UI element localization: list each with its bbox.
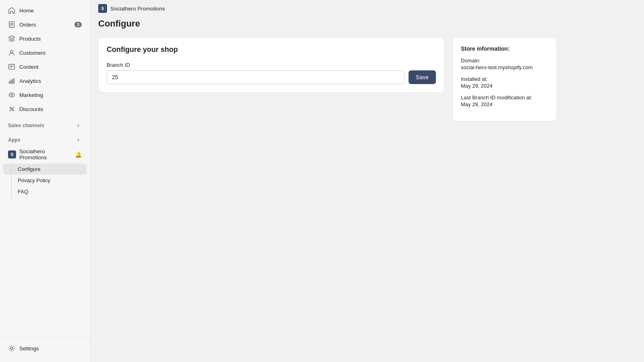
sidebar-subitem-privacy[interactable]: Privacy Policy bbox=[3, 175, 87, 186]
discounts-icon bbox=[8, 105, 15, 113]
settings-icon bbox=[8, 345, 15, 352]
branch-id-label: Branch ID bbox=[107, 62, 436, 68]
sidebar-app-name: Socialhero Promotions bbox=[19, 148, 72, 160]
branch-id-row: Save bbox=[107, 70, 436, 84]
svg-rect-10 bbox=[13, 79, 14, 84]
sidebar-item-analytics[interactable]: Analytics bbox=[3, 74, 87, 88]
top-bar: S Socialhero Promotions bbox=[90, 0, 644, 17]
store-info-card: Store information: Domain: social-hero-t… bbox=[452, 37, 557, 121]
sidebar-item-discounts-label: Discounts bbox=[19, 106, 43, 112]
svg-rect-9 bbox=[11, 80, 12, 83]
sidebar-item-orders-label: Orders bbox=[19, 22, 36, 28]
branch-id-form-group: Branch ID Save bbox=[107, 62, 436, 84]
sidebar-item-analytics-label: Analytics bbox=[19, 78, 41, 84]
sidebar-subitem-privacy-label: Privacy Policy bbox=[18, 177, 50, 183]
customers-icon bbox=[8, 49, 15, 56]
svg-rect-5 bbox=[9, 64, 14, 70]
apps-chevron bbox=[75, 137, 82, 143]
svg-point-13 bbox=[12, 109, 14, 111]
svg-point-15 bbox=[10, 347, 12, 349]
breadcrumb-text: Socialhero Promotions bbox=[110, 6, 165, 12]
sidebar-subitem-faq-label: FAQ bbox=[18, 189, 28, 195]
svg-point-4 bbox=[10, 50, 13, 53]
sidebar-bottom: Settings bbox=[0, 337, 90, 362]
bell-icon: 🔔 bbox=[75, 151, 82, 158]
sidebar-item-settings[interactable]: Settings bbox=[3, 341, 87, 355]
sidebar-subitem-faq[interactable]: FAQ bbox=[3, 186, 87, 197]
apps-section-label: Apps bbox=[8, 137, 21, 143]
sidebar-item-content[interactable]: Content bbox=[3, 60, 87, 74]
sidebar-subitem-configure-label: Configure bbox=[18, 166, 40, 172]
last-modification-label: Last Branch ID modification at: bbox=[461, 95, 549, 101]
sidebar-item-home-label: Home bbox=[19, 8, 34, 14]
sidebar-subitems: Configure Privacy Policy FAQ bbox=[0, 164, 90, 197]
sidebar-item-content-label: Content bbox=[19, 64, 38, 70]
sidebar-app-socialhero[interactable]: S Socialhero Promotions 🔔 bbox=[3, 146, 87, 163]
sales-channels-label: Sales channels bbox=[8, 123, 44, 128]
sidebar-item-marketing[interactable]: Marketing bbox=[3, 88, 87, 102]
svg-point-11 bbox=[11, 94, 12, 96]
save-button[interactable]: Save bbox=[409, 70, 436, 84]
socialhero-app-icon: S bbox=[8, 150, 16, 158]
orders-badge: 3 bbox=[74, 22, 82, 27]
home-icon bbox=[8, 7, 15, 14]
form-card: Configure your shop Branch ID Save bbox=[98, 37, 444, 93]
installed-at-value: May 29, 2024 bbox=[461, 83, 549, 89]
analytics-icon bbox=[8, 77, 15, 84]
last-modification-value: May 29, 2024 bbox=[461, 101, 549, 107]
svg-rect-8 bbox=[9, 81, 10, 83]
sales-channels-chevron bbox=[75, 122, 82, 129]
installed-at-row: Installed at: May 29, 2024 bbox=[461, 76, 549, 89]
sidebar-item-home[interactable]: Home bbox=[3, 4, 87, 17]
domain-label: Domain: bbox=[461, 58, 549, 64]
branch-id-input[interactable] bbox=[107, 70, 405, 84]
apps-section-header[interactable]: Apps bbox=[3, 134, 87, 145]
main-content: S Socialhero Promotions Configure Config… bbox=[90, 0, 644, 362]
sidebar-item-orders[interactable]: Orders 3 bbox=[3, 18, 87, 31]
sidebar-item-customers[interactable]: Customers bbox=[3, 46, 87, 60]
sidebar-subitem-configure[interactable]: Configure bbox=[3, 164, 87, 175]
sidebar-nav: Home Orders 3 bbox=[0, 0, 90, 337]
form-card-heading: Configure your shop bbox=[107, 45, 436, 54]
products-icon bbox=[8, 35, 15, 42]
domain-row: Domain: social-hero-test.myshopify.com bbox=[461, 58, 549, 70]
svg-point-12 bbox=[10, 107, 12, 109]
last-modification-row: Last Branch ID modification at: May 29, … bbox=[461, 95, 549, 107]
content-area: Configure your shop Branch ID Save Store… bbox=[90, 37, 644, 121]
sidebar-item-products-label: Products bbox=[19, 36, 41, 42]
breadcrumb-app-icon: S bbox=[98, 4, 107, 13]
store-info-heading: Store information: bbox=[461, 45, 549, 52]
sidebar-item-marketing-label: Marketing bbox=[19, 92, 43, 98]
sidebar-item-products[interactable]: Products bbox=[3, 32, 87, 45]
sidebar-settings-label: Settings bbox=[19, 346, 39, 352]
sidebar: Home Orders 3 bbox=[0, 0, 90, 362]
orders-icon bbox=[8, 21, 15, 28]
installed-at-label: Installed at: bbox=[461, 76, 549, 82]
sales-channels-section[interactable]: Sales channels bbox=[3, 119, 87, 130]
sidebar-item-discounts[interactable]: Discounts bbox=[3, 102, 87, 116]
domain-value: social-hero-test.myshopify.com bbox=[461, 64, 549, 70]
marketing-icon bbox=[8, 91, 15, 99]
sidebar-item-customers-label: Customers bbox=[19, 50, 45, 56]
content-icon bbox=[8, 63, 15, 70]
page-title: Configure bbox=[90, 17, 644, 37]
